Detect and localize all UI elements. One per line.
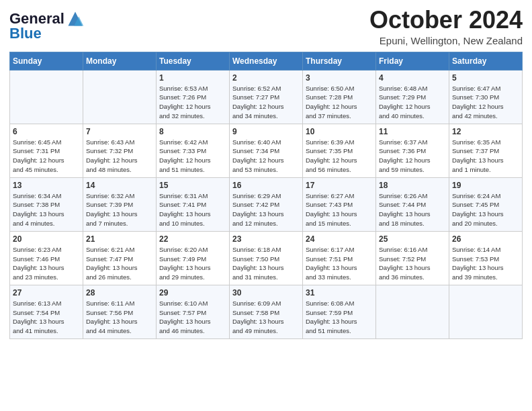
day-info: Sunrise: 6:17 AM Sunset: 7:51 PM Dayligh…: [306, 245, 373, 282]
day-number: 6: [13, 127, 80, 136]
day-info: Sunrise: 6:42 AM Sunset: 7:33 PM Dayligh…: [159, 138, 226, 175]
day-number: 1: [159, 73, 226, 83]
calendar-cell: 4Sunrise: 6:48 AM Sunset: 7:29 PM Daylig…: [376, 70, 449, 124]
calendar-cell: 18Sunrise: 6:26 AM Sunset: 7:44 PM Dayli…: [376, 177, 449, 231]
calendar-cell: [376, 285, 449, 338]
day-number: 11: [379, 127, 446, 136]
day-info: Sunrise: 6:50 AM Sunset: 7:28 PM Dayligh…: [306, 84, 373, 121]
calendar-cell: 8Sunrise: 6:42 AM Sunset: 7:33 PM Daylig…: [157, 124, 230, 177]
calendar-cell: 13Sunrise: 6:34 AM Sunset: 7:38 PM Dayli…: [10, 177, 83, 231]
day-number: 24: [306, 234, 373, 244]
day-number: 10: [306, 127, 373, 136]
day-number: 3: [306, 73, 373, 83]
day-number: 15: [159, 181, 226, 190]
calendar-cell: 19Sunrise: 6:24 AM Sunset: 7:45 PM Dayli…: [449, 177, 523, 231]
calendar-cell: 24Sunrise: 6:17 AM Sunset: 7:51 PM Dayli…: [303, 231, 376, 285]
day-info: Sunrise: 6:20 AM Sunset: 7:49 PM Dayligh…: [159, 245, 226, 282]
day-info: Sunrise: 6:21 AM Sunset: 7:47 PM Dayligh…: [86, 245, 153, 282]
day-number: 8: [159, 127, 226, 136]
day-number: 21: [86, 234, 153, 244]
day-number: 17: [306, 181, 373, 190]
calendar-cell: [449, 285, 523, 338]
calendar-cell: 1Sunrise: 6:53 AM Sunset: 7:26 PM Daylig…: [157, 70, 230, 124]
day-number: 5: [452, 73, 519, 83]
calendar-cell: 16Sunrise: 6:29 AM Sunset: 7:42 PM Dayli…: [230, 177, 303, 231]
weekday-header: Thursday: [303, 52, 376, 70]
calendar-cell: [10, 70, 83, 124]
calendar-cell: 27Sunrise: 6:13 AM Sunset: 7:54 PM Dayli…: [10, 285, 83, 338]
calendar-week-row: 13Sunrise: 6:34 AM Sunset: 7:38 PM Dayli…: [10, 177, 523, 231]
calendar-week-row: 6Sunrise: 6:45 AM Sunset: 7:31 PM Daylig…: [10, 124, 523, 177]
calendar-cell: 7Sunrise: 6:43 AM Sunset: 7:32 PM Daylig…: [83, 124, 157, 177]
calendar-cell: 12Sunrise: 6:35 AM Sunset: 7:37 PM Dayli…: [449, 124, 523, 177]
calendar-cell: 2Sunrise: 6:52 AM Sunset: 7:27 PM Daylig…: [230, 70, 303, 124]
day-number: 30: [232, 288, 300, 298]
month-title: October 2024: [369, 7, 523, 34]
calendar-cell: 5Sunrise: 6:47 AM Sunset: 7:30 PM Daylig…: [449, 70, 523, 124]
calendar-cell: 23Sunrise: 6:18 AM Sunset: 7:50 PM Dayli…: [230, 231, 303, 285]
calendar-cell: 21Sunrise: 6:21 AM Sunset: 7:47 PM Dayli…: [83, 231, 157, 285]
day-info: Sunrise: 6:09 AM Sunset: 7:58 PM Dayligh…: [232, 299, 300, 336]
weekday-header: Tuesday: [157, 52, 230, 70]
day-number: 9: [232, 127, 300, 136]
calendar-week-row: 20Sunrise: 6:23 AM Sunset: 7:46 PM Dayli…: [10, 231, 523, 285]
day-number: 23: [232, 234, 300, 244]
calendar-cell: 29Sunrise: 6:10 AM Sunset: 7:57 PM Dayli…: [157, 285, 230, 338]
calendar-week-row: 27Sunrise: 6:13 AM Sunset: 7:54 PM Dayli…: [10, 285, 523, 338]
header: General Blue October 2024 Epuni, Welling…: [9, 7, 523, 46]
day-info: Sunrise: 6:13 AM Sunset: 7:54 PM Dayligh…: [13, 299, 80, 336]
calendar-cell: 15Sunrise: 6:31 AM Sunset: 7:41 PM Dayli…: [157, 177, 230, 231]
calendar-cell: 31Sunrise: 6:08 AM Sunset: 7:59 PM Dayli…: [303, 285, 376, 338]
logo: General Blue: [9, 9, 85, 42]
logo-icon: [66, 9, 85, 28]
day-number: 31: [306, 288, 373, 298]
day-number: 18: [379, 181, 446, 190]
day-info: Sunrise: 6:27 AM Sunset: 7:43 PM Dayligh…: [306, 191, 373, 228]
calendar-cell: [83, 70, 157, 124]
day-info: Sunrise: 6:23 AM Sunset: 7:46 PM Dayligh…: [13, 245, 80, 282]
day-number: 19: [452, 181, 519, 190]
page-container: General Blue October 2024 Epuni, Welling…: [0, 0, 532, 349]
day-info: Sunrise: 6:53 AM Sunset: 7:26 PM Dayligh…: [159, 84, 226, 121]
day-info: Sunrise: 6:18 AM Sunset: 7:50 PM Dayligh…: [232, 245, 300, 282]
day-number: 7: [86, 127, 153, 136]
day-info: Sunrise: 6:45 AM Sunset: 7:31 PM Dayligh…: [13, 138, 80, 175]
day-number: 22: [159, 234, 226, 244]
calendar-cell: 3Sunrise: 6:50 AM Sunset: 7:28 PM Daylig…: [303, 70, 376, 124]
day-info: Sunrise: 6:08 AM Sunset: 7:59 PM Dayligh…: [306, 299, 373, 336]
day-number: 14: [86, 181, 153, 190]
day-number: 27: [13, 288, 80, 298]
day-info: Sunrise: 6:47 AM Sunset: 7:30 PM Dayligh…: [452, 84, 519, 121]
weekday-header: Sunday: [10, 52, 83, 70]
day-info: Sunrise: 6:11 AM Sunset: 7:56 PM Dayligh…: [86, 299, 153, 336]
header-row: SundayMondayTuesdayWednesdayThursdayFrid…: [10, 52, 523, 70]
calendar-cell: 10Sunrise: 6:39 AM Sunset: 7:35 PM Dayli…: [303, 124, 376, 177]
calendar-cell: 6Sunrise: 6:45 AM Sunset: 7:31 PM Daylig…: [10, 124, 83, 177]
day-info: Sunrise: 6:52 AM Sunset: 7:27 PM Dayligh…: [232, 84, 300, 121]
calendar-cell: 30Sunrise: 6:09 AM Sunset: 7:58 PM Dayli…: [230, 285, 303, 338]
calendar-week-row: 1Sunrise: 6:53 AM Sunset: 7:26 PM Daylig…: [10, 70, 523, 124]
day-info: Sunrise: 6:35 AM Sunset: 7:37 PM Dayligh…: [452, 138, 519, 175]
calendar-cell: 26Sunrise: 6:14 AM Sunset: 7:53 PM Dayli…: [449, 231, 523, 285]
calendar-cell: 17Sunrise: 6:27 AM Sunset: 7:43 PM Dayli…: [303, 177, 376, 231]
day-info: Sunrise: 6:24 AM Sunset: 7:45 PM Dayligh…: [452, 191, 519, 228]
calendar-cell: 14Sunrise: 6:32 AM Sunset: 7:39 PM Dayli…: [83, 177, 157, 231]
day-number: 4: [379, 73, 446, 83]
day-number: 28: [86, 288, 153, 298]
calendar-cell: 28Sunrise: 6:11 AM Sunset: 7:56 PM Dayli…: [83, 285, 157, 338]
weekday-header: Wednesday: [230, 52, 303, 70]
day-info: Sunrise: 6:31 AM Sunset: 7:41 PM Dayligh…: [159, 191, 226, 228]
day-info: Sunrise: 6:26 AM Sunset: 7:44 PM Dayligh…: [379, 191, 446, 228]
title-block: October 2024 Epuni, Wellington, New Zeal…: [369, 7, 523, 46]
day-number: 13: [13, 181, 80, 190]
location-subtitle: Epuni, Wellington, New Zealand: [369, 35, 523, 46]
calendar-cell: 22Sunrise: 6:20 AM Sunset: 7:49 PM Dayli…: [157, 231, 230, 285]
weekday-header: Monday: [83, 52, 157, 70]
day-info: Sunrise: 6:34 AM Sunset: 7:38 PM Dayligh…: [13, 191, 80, 228]
day-info: Sunrise: 6:37 AM Sunset: 7:36 PM Dayligh…: [379, 138, 446, 175]
calendar-cell: 25Sunrise: 6:16 AM Sunset: 7:52 PM Dayli…: [376, 231, 449, 285]
weekday-header: Friday: [376, 52, 449, 70]
day-info: Sunrise: 6:32 AM Sunset: 7:39 PM Dayligh…: [86, 191, 153, 228]
day-info: Sunrise: 6:43 AM Sunset: 7:32 PM Dayligh…: [86, 138, 153, 175]
day-number: 12: [452, 127, 519, 136]
